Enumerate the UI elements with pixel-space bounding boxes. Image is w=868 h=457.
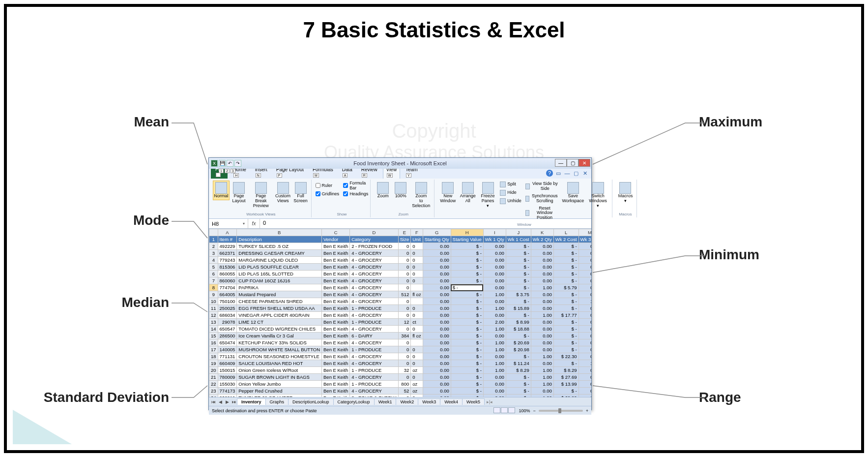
column-header[interactable]: L	[553, 229, 579, 236]
cell[interactable]: $ -	[451, 360, 483, 367]
cell[interactable]: 6 - DAIRY	[350, 333, 399, 339]
cell[interactable]: 1.00	[483, 367, 506, 374]
cell[interactable]: 250025	[218, 305, 237, 312]
page-layout-button[interactable]: PageLayout	[231, 181, 247, 205]
cell[interactable]: 0.00	[483, 353, 506, 360]
cell[interactable]: 512	[398, 291, 410, 298]
split-button[interactable]: Split	[498, 181, 523, 188]
cell[interactable]: 1.00	[483, 339, 506, 346]
cell[interactable]: 1 - PRODUCE	[350, 346, 399, 353]
cell[interactable]: 0.00	[483, 395, 506, 397]
hide-button[interactable]: Hide	[498, 189, 523, 197]
cell[interactable]: 0.00	[423, 257, 451, 264]
cell[interactable]: 0.00	[531, 271, 553, 277]
cell[interactable]: 780009	[218, 374, 237, 381]
row-header[interactable]: 23	[209, 388, 218, 395]
macros-button[interactable]: Macros ▾	[616, 181, 635, 205]
cell[interactable]: 0	[398, 346, 410, 353]
cell[interactable]: 29078	[218, 319, 237, 326]
cell[interactable]: 0.00	[579, 250, 591, 257]
cell[interactable]: $ -	[451, 305, 483, 312]
cell[interactable]: 155030	[218, 381, 237, 388]
cell[interactable]: Ben E Keith	[322, 305, 350, 312]
cell[interactable]: Ice Cream Vanilla Cr 3 Gal	[237, 333, 322, 339]
cell[interactable]: $ -	[506, 284, 531, 291]
cell[interactable]: $ -	[451, 250, 483, 257]
table-header-cell[interactable]: Description	[237, 236, 322, 243]
normal-button[interactable]: Normal	[213, 181, 230, 200]
cell[interactable]: 0.00	[483, 264, 506, 271]
cell[interactable]: $ -	[553, 305, 579, 312]
cell[interactable]: Ben E Keith	[322, 312, 350, 319]
cell[interactable]: LID PLAS SOUFFLE CLEAR	[237, 264, 322, 271]
cell[interactable]: 0.00	[423, 298, 451, 305]
cell[interactable]: 750100	[218, 298, 237, 305]
column-header[interactable]: E	[398, 229, 410, 236]
cell[interactable]: 0.00	[531, 360, 553, 367]
cell[interactable]: $ 5.79	[553, 284, 579, 291]
cell[interactable]: oz	[411, 367, 423, 374]
zoom-to-selection-button[interactable]: Zoomto Selection	[410, 181, 432, 210]
cell[interactable]: 0	[398, 312, 410, 319]
cell[interactable]: $ -	[451, 264, 483, 271]
cell[interactable]: $ -	[506, 271, 531, 277]
cell[interactable]: 1.00	[483, 360, 506, 367]
cell[interactable]: Ben E Keith	[322, 284, 350, 291]
sheet-tab-week2[interactable]: Week2	[396, 398, 418, 405]
cell[interactable]: 860055	[218, 271, 237, 277]
cell[interactable]: 0	[398, 264, 410, 271]
spreadsheet-grid[interactable]: ABCDEFGHIJKLMNO 1Item #DescriptionVendor…	[209, 229, 591, 397]
cell[interactable]: $ 8.99	[506, 319, 531, 326]
cell[interactable]: 0.00	[423, 305, 451, 312]
cell[interactable]: $ 3.75	[506, 291, 531, 298]
cell[interactable]: 0.00	[423, 381, 451, 388]
cell[interactable]: ct	[411, 319, 423, 326]
row-header[interactable]: 12	[209, 312, 218, 319]
cell[interactable]: $ -	[451, 326, 483, 333]
cell[interactable]: EGG FRESH SHELL MED USDA AA	[237, 305, 322, 312]
sheet-tab-week3[interactable]: Week3	[418, 398, 440, 405]
cell[interactable]: $ -	[506, 374, 531, 381]
cell[interactable]: 4 - GROCERY	[350, 264, 399, 271]
row-header[interactable]: 2	[209, 243, 218, 250]
cell[interactable]: 0	[411, 312, 423, 319]
cell[interactable]: Ben E Keith	[322, 395, 350, 397]
table-header-cell[interactable]: Starting Qty	[423, 236, 451, 243]
cell[interactable]: Ben E Keith	[322, 367, 350, 374]
close-button[interactable]: ✕	[579, 159, 590, 167]
cell[interactable]: 0.00	[483, 381, 506, 388]
switch-windows--button[interactable]: SwitchWindows ▾	[586, 181, 609, 210]
cell[interactable]: 650547	[218, 326, 237, 333]
cell[interactable]: 0.00	[483, 243, 506, 250]
row-header[interactable]: 5	[209, 264, 218, 271]
cell[interactable]: 4 - GROCERY	[350, 360, 399, 367]
cell[interactable]: 0	[398, 360, 410, 367]
cell[interactable]: 0	[398, 243, 410, 250]
cell[interactable]: $ -	[451, 257, 483, 264]
cell[interactable]: 1.00	[531, 284, 553, 291]
cell[interactable]: 0.00	[531, 333, 553, 339]
cell[interactable]: 0	[398, 305, 410, 312]
cell[interactable]: TOMATO DICED W/GREEN CHILES	[237, 326, 322, 333]
cell[interactable]: 774173	[218, 388, 237, 395]
column-header[interactable]: I	[483, 229, 506, 236]
cell[interactable]: 4 - GROCERY	[350, 271, 399, 277]
cell[interactable]: fl oz	[411, 333, 423, 339]
cell[interactable]: MUSHROOM WHITE SMALL BUTTON	[237, 346, 322, 353]
cell[interactable]: 0.00	[483, 374, 506, 381]
cell[interactable]: 0	[398, 250, 410, 257]
cell[interactable]: Ben E Keith	[322, 333, 350, 339]
table-header-cell[interactable]: Starting Value	[451, 236, 483, 243]
cell[interactable]: 0	[398, 339, 410, 346]
row-header[interactable]: 7	[209, 277, 218, 284]
row-header[interactable]: 14	[209, 326, 218, 333]
cell[interactable]: $ -	[451, 243, 483, 250]
row-header[interactable]: 6	[209, 271, 218, 277]
cell[interactable]: 1.00	[483, 305, 506, 312]
cell[interactable]: $ -	[506, 277, 531, 284]
table-header-cell[interactable]: Size	[398, 236, 410, 243]
row-header[interactable]: 1	[209, 236, 218, 243]
cell[interactable]: $ -	[553, 250, 579, 257]
doc-close-icon[interactable]: ✕	[581, 170, 588, 177]
cell[interactable]: 4 - GROCERY	[350, 339, 399, 346]
